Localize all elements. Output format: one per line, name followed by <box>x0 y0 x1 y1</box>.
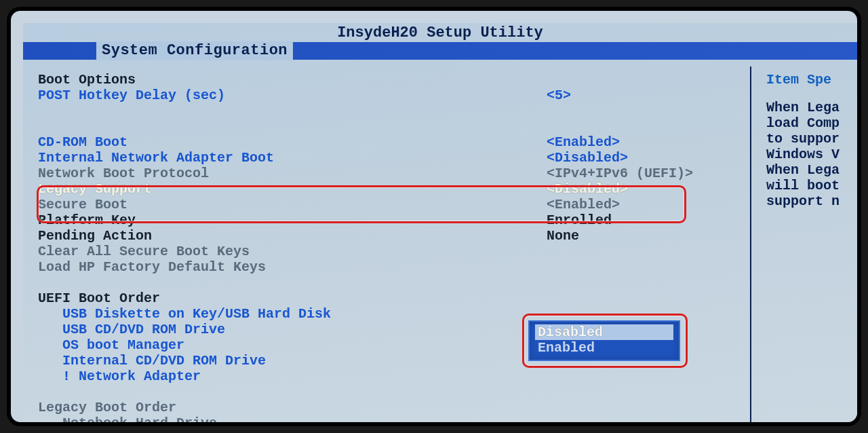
network-boot-protocol[interactable]: Network Boot Protocol <IPv4+IPv6 (UEFI)> <box>38 166 743 181</box>
help-text: When Lega <box>766 162 857 178</box>
help-text: support n <box>766 193 857 209</box>
platform-key: Platform Key Enrolled <box>38 212 743 228</box>
help-text: Windows V <box>766 147 857 162</box>
help-text: to suppor <box>766 131 857 147</box>
uefi-boot-order-heading: UEFI Boot Order <box>38 290 743 306</box>
help-text: When Lega <box>766 100 857 115</box>
tab-system-configuration[interactable]: System Configuration <box>96 41 293 60</box>
popup-option-enabled[interactable]: Enabled <box>535 340 673 356</box>
post-hotkey-delay[interactable]: POST Hotkey Delay (sec) <5> <box>38 88 743 103</box>
pending-action: Pending Action None <box>38 228 743 244</box>
help-title: Item Spe <box>766 72 857 88</box>
cdrom-boot[interactable]: CD-ROM Boot <Enabled> <box>38 134 743 150</box>
option-popup[interactable]: Disabled Enabled <box>528 320 680 361</box>
help-text: will boot <box>766 178 857 193</box>
legacy-boot-order-heading: Legacy Boot Order <box>38 400 743 415</box>
utility-title: InsydeH20 Setup Utility <box>23 24 857 41</box>
boot-options-heading: Boot Options <box>38 72 743 88</box>
load-hp-factory-keys[interactable]: Load HP Factory Default Keys <box>38 259 743 275</box>
uefi-boot-item[interactable]: ! Network Adapter <box>38 369 743 384</box>
settings-panel: Boot Options POST Hotkey Delay (sec) <5>… <box>31 67 751 422</box>
popup-option-disabled[interactable]: Disabled <box>535 324 673 340</box>
uefi-boot-item[interactable]: USB Diskette on Key/USB Hard Disk <box>38 306 743 322</box>
help-panel: Item Spe When Lega load Comp to suppor W… <box>764 67 857 422</box>
clear-secure-boot-keys[interactable]: Clear All Secure Boot Keys <box>38 244 743 259</box>
legacy-support[interactable]: Legacy Support <Disabled> <box>38 181 743 197</box>
help-text: load Comp <box>766 115 857 131</box>
tab-bar: System Configuration <box>23 42 857 60</box>
legacy-boot-item[interactable]: Notebook Hard Drive <box>38 415 743 426</box>
internal-network-adapter-boot[interactable]: Internal Network Adapter Boot <Disabled> <box>38 150 743 166</box>
secure-boot[interactable]: Secure Boot <Enabled> <box>38 197 743 212</box>
